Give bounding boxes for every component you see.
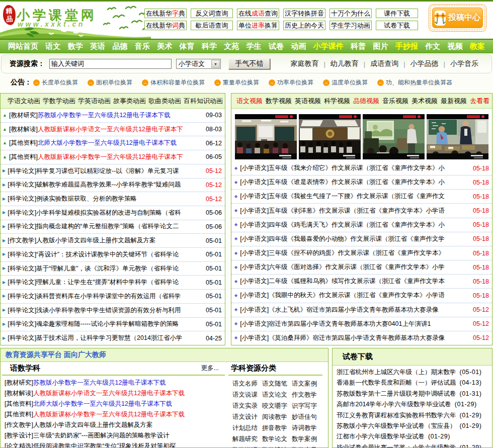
video-row[interactable]: ◆[小学语文]五年级《谁是表情帝》作文展示课（浙江省《童声作文学本》小05-18 (231, 175, 492, 190)
article-row[interactable]: ▶[科学论文]基于“理解儿童”，谈《沉和浮》单元教学（省科学论05-01 (1, 262, 225, 276)
category-grid-link[interactable]: 解题研究 (232, 433, 262, 444)
video-row[interactable]: ◆[小学语文]五年级《剥洋葱》作文展示课（浙江省《童声作文学本》小学语05-18 (231, 204, 492, 218)
article-row[interactable]: ▶[科学论文]例谈实验数据获取、分析的教学策略05-12 (1, 192, 225, 206)
green-classroom-video[interactable] (363, 114, 425, 159)
video-row[interactable]: ◆[小学语文]四年级《我最喜爱的小动物》作文展示课（浙江省《童声作文学05-18 (231, 232, 492, 246)
nav-item-语文[interactable]: 语文 (45, 42, 60, 51)
nav-item-试卷[interactable]: 试卷 (269, 42, 284, 51)
nav-item-小学课件[interactable]: 小学课件 (313, 42, 344, 51)
category-grid-link[interactable]: 计划总结 (232, 422, 262, 433)
article-row[interactable]: ▲[其他资料]北师大版小学数学一至六年级共12册电子课本下载06-12 (1, 136, 225, 150)
video-tab[interactable]: 数学视频 (266, 97, 292, 106)
nav-item-科学[interactable]: 科学 (202, 42, 217, 51)
category-grid-link[interactable]: 数学案例 (292, 433, 321, 444)
article-row[interactable]: ▲[其他资料]人教版新课标小学数学一至六年级共12册电子课本下06-05 (1, 150, 225, 164)
nav-item-数学[interactable]: 数学 (68, 42, 83, 51)
video-tab[interactable]: 美术视频 (412, 97, 438, 106)
anim-tab[interactable]: 学语文动画 (8, 97, 40, 106)
nav-item-视频[interactable]: 视频 (447, 42, 462, 51)
nav-item-英语[interactable]: 英语 (90, 42, 105, 51)
notice-link[interactable]: →长度单位换算 (33, 78, 78, 87)
classroom-blackboard-video[interactable] (235, 114, 297, 159)
exam-row[interactable]: 江都市小学六年级数学毕业试卷(01-29) (337, 431, 492, 442)
notice-link[interactable]: →功率单位换算 (269, 78, 313, 87)
quick-link[interactable]: 歇后语查询 (191, 21, 233, 30)
subject-article-row[interactable]: [其他资料]北师大版小学数学一至六年级共12册电子课本下载 (1, 399, 225, 409)
quick-link[interactable]: 单位进率换算 (237, 21, 279, 30)
video-row[interactable]: ◆[小学语文]六年级《面对选择》作文展示课（浙江省《童声作文学本》小学05-18 (231, 260, 492, 275)
category-select[interactable]: 小学语文 ▼ (176, 59, 221, 69)
category-grid-link[interactable]: 拼音教学 (262, 422, 292, 433)
article-row[interactable]: ▶[科学论文]魂牵趣萦理相随-----试论小学科学解暗箱教学的策略05-01 (1, 318, 225, 332)
quick-link[interactable]: 在线成语查询 (237, 9, 279, 18)
subject-article-row[interactable]: [教学设计]三年级“去奶奶家”---画图解决问题的策略教学设计 (1, 430, 225, 441)
exam-row[interactable]: 苏教版小学六年级数学毕业试卷（宝应县）(01-29) (337, 421, 492, 431)
video-row[interactable]: ◆[小学语文]四年级《鸡毛满天飞》作文展示课（浙江省《童声作文学本》小05-18 (231, 218, 492, 232)
article-row[interactable]: ▶[科学论文]基于技术运用，让科学学习更智慧（2014浙江省小学04-25 (1, 331, 225, 345)
category-grid-link[interactable]: 语文设计 (232, 411, 262, 422)
category-grid-link[interactable]: 语文名师 (232, 378, 262, 389)
exam-row[interactable]: 苏教版数学第十二册片级联考期中调研试卷(01-31) (337, 389, 492, 399)
category-grid-link[interactable]: 语文随笔 (262, 378, 292, 389)
exam-row[interactable]: 邗江义务教育课程标准实验教科书数学六年(01-29) (337, 410, 492, 421)
anim-tab[interactable]: 故事类动画 (113, 97, 146, 106)
submit-center-button[interactable]: 投稿中心 (429, 4, 486, 32)
category-link[interactable]: 小学品德 (410, 59, 439, 68)
anim-tab[interactable]: 学数学动画 (43, 97, 75, 106)
site-logo[interactable]: 精品 小学课堂网 www.xxkt.cn (0, 2, 151, 39)
category-grid-link[interactable]: 妙语佳句 (292, 411, 321, 422)
notice-link[interactable]: →面积单位换算 (88, 78, 132, 87)
nav-item-美术[interactable]: 美术 (157, 42, 172, 51)
video-row[interactable]: ◆[小学语文]《水上飞机》宿迁市第四届小学语文青年教师基本功大赛录像05-12 (231, 303, 492, 317)
article-row[interactable]: ▶[科学论文]谈科普资料库在小学科学课堂中的有效运用（省科学05-01 (1, 290, 225, 304)
exam-row[interactable]: 高邮市2014学年小学六年级数学毕业试卷(01-29) (337, 399, 492, 410)
lecture-hall-video[interactable] (299, 114, 361, 159)
subject-article-row[interactable]: [教材解读]人教版新课标小学语文一至六年级共12册电子课本下载 (1, 388, 225, 399)
exam-row[interactable]: 毕业试卷命题比赛一等奖：小学六年级数学(01-29) (337, 442, 492, 448)
nav-item-体育[interactable]: 体育 (180, 42, 195, 51)
article-row[interactable]: ▶[科学论文]指向概念建构的“单元整组教学”策略（省科学论文二05-06 (1, 220, 225, 234)
quick-link[interactable]: 学生学习动画 (330, 21, 372, 30)
category-link[interactable]: 幼儿教育 (331, 59, 359, 68)
category-grid-link[interactable]: 数学说课 (232, 444, 262, 448)
nav-item-动画[interactable]: 动画 (291, 42, 306, 51)
video-tab[interactable]: 品德视频 (353, 97, 379, 106)
quick-link[interactable]: 课件下载 (376, 9, 418, 18)
category-grid-link[interactable]: 数学实录 (292, 444, 321, 448)
nav-item-手抄报[interactable]: 手抄报 (395, 42, 418, 51)
article-row[interactable]: ▶[科学论文]浅谈小学科学教学中学生错误资源的有效分析与利用05-01 (1, 304, 225, 318)
video-row[interactable]: ◆[小学语文]三年级《捏不碎的鸡蛋》作文展示课（浙江省《童声作文学本》05-18 (231, 246, 492, 260)
video-row[interactable]: ◆[小学语文]二年级《狐狸和乌鸦》续写作文展示课（浙江省《童声作文学本05-18 (231, 275, 492, 289)
notice-link[interactable]: →功、能和热量单位换算器 (377, 78, 452, 87)
category-grid-link[interactable]: 语文实录 (232, 400, 262, 411)
category-link[interactable]: 成语查询 (370, 59, 398, 68)
classroom-teacher-video[interactable] (427, 114, 488, 159)
nav-item-图片[interactable]: 图片 (373, 42, 388, 51)
video-row[interactable]: ◆[小学语文]《我眼中的秋天》作文展示课（浙江省《童声作文学本》小学语05-18 (231, 289, 492, 303)
video-tab[interactable]: 英语视频 (295, 97, 321, 106)
category-grid-link[interactable]: 语文案例 (292, 378, 321, 389)
article-row[interactable]: ▶[科学论文]小学科学疑难模拟实验器材的改进与自制策略（省科05-06 (1, 206, 225, 220)
video-tab[interactable]: 科学视频 (324, 97, 350, 106)
article-row[interactable]: ▲[教材研究]苏教版小学数学一至六年级共12册电子课本下载09-03 (1, 109, 225, 123)
video-row[interactable]: ◆[小学语文]《莫泊桑拜师》宿迁市第四届小学语文青年教师基本功大赛录像05-12 (231, 331, 492, 345)
anim-tab[interactable]: 学英语动画 (78, 97, 111, 106)
quick-link[interactable]: 在线新华字典 (144, 9, 187, 18)
notice-link[interactable]: →重量单位换算 (214, 78, 259, 87)
video-tab[interactable]: 音乐视频 (382, 97, 408, 106)
nav-item-教案[interactable]: 教案 (470, 42, 485, 51)
category-link[interactable]: 小学音乐 (450, 59, 478, 68)
category-grid-link[interactable]: 数学设计 (262, 444, 292, 448)
quick-link[interactable]: 历史上的今天 (283, 21, 325, 30)
category-grid-link[interactable]: 咬文嚼字 (262, 400, 292, 411)
nav-item-学生[interactable]: 学生 (247, 42, 262, 51)
category-grid-link[interactable]: 诗词教学 (292, 422, 321, 433)
video-tab[interactable]: 去看看 (470, 97, 489, 106)
exam-row[interactable]: 浙江省杭州市上城区六年级（上）期末数学(05-01) (337, 367, 492, 378)
lucky-button[interactable]: 手气不错 (228, 58, 270, 69)
article-row[interactable]: ▶[科学论文]破解教学难题提高教学效果--小学科学教学“疑难问题05-12 (1, 178, 225, 193)
anim-tab[interactable]: 百科知识动画 (184, 97, 223, 106)
quick-link[interactable]: 汉字转换拼音 (283, 9, 325, 18)
video-row[interactable]: ◆[小学语文]五年级《我来介绍它》作文展示课（浙江省《童声作文学本》小05-18 (231, 161, 492, 175)
video-tab[interactable]: 语文视频 (236, 97, 263, 106)
